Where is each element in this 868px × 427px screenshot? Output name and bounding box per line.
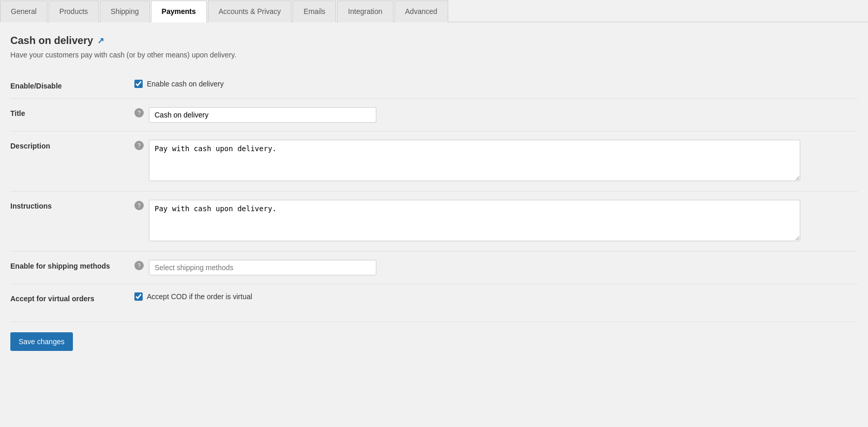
save-section: Save changes — [10, 321, 858, 351]
enable-disable-checkbox-label[interactable]: Enable cash on delivery — [134, 80, 858, 88]
virtual-orders-checkbox[interactable] — [134, 292, 143, 301]
row-title: Title ? — [10, 99, 858, 131]
save-button[interactable]: Save changes — [10, 332, 73, 351]
title-input[interactable] — [149, 107, 376, 123]
description-textarea[interactable]: Pay with cash upon delivery. — [149, 140, 800, 181]
label-description: Description — [10, 131, 124, 192]
row-description: Description ? Pay with cash upon deliver… — [10, 131, 858, 192]
page-title-section: Cash on delivery ↗ — [10, 35, 858, 47]
label-title: Title — [10, 99, 124, 131]
page-title-link[interactable]: ↗ — [97, 36, 104, 46]
virtual-orders-label-text: Accept COD if the order is virtual — [147, 292, 252, 301]
tab-products[interactable]: Products — [49, 1, 99, 22]
settings-table: Enable/Disable Enable cash on delivery T… — [10, 71, 858, 311]
instructions-textarea[interactable]: Pay with cash upon delivery. — [149, 200, 800, 241]
virtual-orders-checkbox-label[interactable]: Accept COD if the order is virtual — [134, 292, 858, 301]
external-link-icon: ↗ — [97, 36, 104, 45]
enable-disable-label-text: Enable cash on delivery — [147, 80, 224, 88]
row-instructions: Instructions ? Pay with cash upon delive… — [10, 192, 858, 252]
shipping-methods-input[interactable] — [149, 260, 376, 275]
tab-integration[interactable]: Integration — [337, 1, 393, 22]
row-virtual-orders: Accept for virtual orders Accept COD if … — [10, 284, 858, 312]
label-instructions: Instructions — [10, 192, 124, 252]
shipping-methods-field-row: ? — [134, 260, 858, 275]
tab-emails[interactable]: Emails — [293, 1, 336, 22]
label-enable-disable: Enable/Disable — [10, 71, 124, 99]
tab-accounts-privacy[interactable]: Accounts & Privacy — [208, 1, 292, 22]
instructions-help-icon[interactable]: ? — [134, 201, 144, 210]
tab-advanced[interactable]: Advanced — [394, 1, 448, 22]
row-shipping-methods: Enable for shipping methods ? — [10, 252, 858, 284]
enable-disable-checkbox[interactable] — [134, 80, 143, 88]
tab-payments[interactable]: Payments — [151, 1, 207, 22]
shipping-methods-help-icon[interactable]: ? — [134, 261, 144, 270]
title-field-row: ? — [134, 107, 858, 123]
instructions-field-row: ? Pay with cash upon delivery. — [134, 200, 858, 243]
description-help-icon[interactable]: ? — [134, 141, 144, 150]
tab-shipping[interactable]: Shipping — [100, 1, 150, 22]
main-content: Cash on delivery ↗ Have your customers p… — [0, 22, 868, 416]
label-shipping-methods: Enable for shipping methods — [10, 252, 124, 284]
page-title: Cash on delivery ↗ — [10, 35, 104, 47]
description-field-row: ? Pay with cash upon delivery. — [134, 140, 858, 183]
tab-general[interactable]: General — [0, 1, 48, 22]
title-help-icon[interactable]: ? — [134, 108, 144, 117]
row-enable-disable: Enable/Disable Enable cash on delivery — [10, 71, 858, 99]
page-subtitle: Have your customers pay with cash (or by… — [10, 51, 858, 59]
tab-bar: General Products Shipping Payments Accou… — [0, 0, 868, 22]
label-virtual-orders: Accept for virtual orders — [10, 284, 124, 312]
